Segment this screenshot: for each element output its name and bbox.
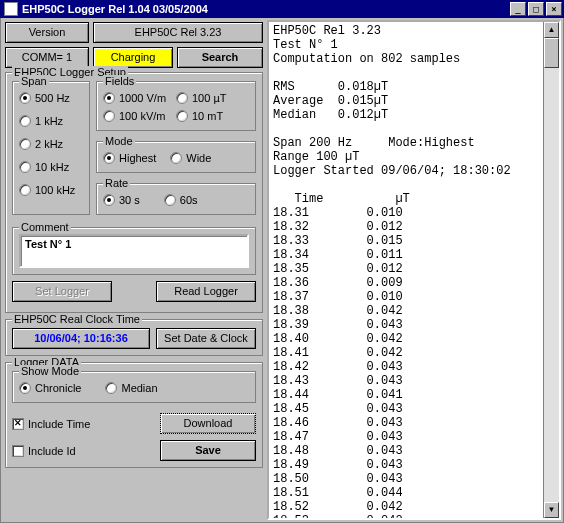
search-button[interactable]: Search bbox=[177, 47, 263, 68]
maximize-button[interactable]: □ bbox=[528, 2, 544, 16]
rate-30s[interactable]: 30 s bbox=[103, 192, 140, 208]
app-icon bbox=[4, 2, 18, 16]
left-pane: Version EHP50C Rel 3.23 COMM= 1 Charging… bbox=[1, 18, 267, 522]
fields-100ut[interactable]: 100 µT bbox=[176, 90, 249, 106]
read-logger-button[interactable]: Read Logger bbox=[156, 281, 256, 302]
rate-60s[interactable]: 60s bbox=[164, 192, 198, 208]
scroll-thumb[interactable] bbox=[544, 38, 559, 68]
fields-10mt[interactable]: 10 mT bbox=[176, 108, 249, 124]
set-date-clock-button[interactable]: Set Date & Clock bbox=[156, 328, 256, 349]
logger-data-group: Logger DATA Show Mode Chronicle Median I… bbox=[5, 362, 263, 468]
show-mode-caption: Show Mode bbox=[19, 365, 81, 377]
close-button[interactable]: × bbox=[546, 2, 562, 16]
fields-group: Fields 1000 V/m 100 µT 100 kV/m 10 mT bbox=[96, 81, 256, 131]
comment-group: Comment Test N° 1 bbox=[12, 227, 256, 275]
show-median[interactable]: Median bbox=[105, 380, 157, 396]
show-mode-group: Show Mode Chronicle Median bbox=[12, 371, 256, 403]
clock-caption: EHP50C Real Clock Time bbox=[12, 313, 142, 325]
window-title: EHP50C Logger Rel 1.04 03/05/2004 bbox=[22, 3, 208, 15]
span-10khz[interactable]: 10 kHz bbox=[19, 159, 83, 175]
fields-caption: Fields bbox=[103, 75, 136, 87]
comment-caption: Comment bbox=[19, 221, 71, 233]
comm-button[interactable]: COMM= 1 bbox=[5, 47, 89, 68]
fields-1000vm[interactable]: 1000 V/m bbox=[103, 90, 176, 106]
clock-display: 10/06/04; 10:16:36 bbox=[12, 328, 150, 349]
span-1khz[interactable]: 1 kHz bbox=[19, 113, 83, 129]
scroll-down-icon[interactable]: ▼ bbox=[544, 502, 559, 518]
logger-setup-group: EHP50C Logger Setup Span 500 Hz 1 kHz 2 … bbox=[5, 72, 263, 313]
comment-input[interactable]: Test N° 1 bbox=[19, 234, 249, 268]
version-button[interactable]: Version bbox=[5, 22, 89, 43]
show-chronicle[interactable]: Chronicle bbox=[19, 380, 81, 396]
scroll-track[interactable] bbox=[544, 38, 559, 502]
span-500hz[interactable]: 500 Hz bbox=[19, 90, 83, 106]
fields-100kvm[interactable]: 100 kV/m bbox=[103, 108, 176, 124]
console-scrollbar[interactable]: ▲ ▼ bbox=[543, 22, 559, 518]
right-pane: EHP50C Rel 3.23 Test N° 1 Computation on… bbox=[267, 18, 563, 522]
mode-group: Mode Highest Wide bbox=[96, 141, 256, 173]
console-output: EHP50C Rel 3.23 Test N° 1 Computation on… bbox=[269, 22, 543, 518]
clock-group: EHP50C Real Clock Time 10/06/04; 10:16:3… bbox=[5, 319, 263, 356]
rel-button[interactable]: EHP50C Rel 3.23 bbox=[93, 22, 263, 43]
scroll-up-icon[interactable]: ▲ bbox=[544, 22, 559, 38]
rate-caption: Rate bbox=[103, 177, 130, 189]
save-button[interactable]: Save bbox=[160, 440, 256, 461]
mode-caption: Mode bbox=[103, 135, 135, 147]
include-id-check[interactable]: Include Id bbox=[12, 443, 76, 459]
titlebar: EHP50C Logger Rel 1.04 03/05/2004 _ □ × bbox=[0, 0, 564, 18]
mode-wide[interactable]: Wide bbox=[170, 150, 211, 166]
span-caption: Span bbox=[19, 75, 49, 87]
include-time-check[interactable]: Include Time bbox=[12, 416, 90, 432]
console-frame: EHP50C Rel 3.23 Test N° 1 Computation on… bbox=[267, 20, 561, 520]
set-logger-button[interactable]: Set Logger bbox=[12, 281, 112, 302]
mode-highest[interactable]: Highest bbox=[103, 150, 156, 166]
main-panel: Version EHP50C Rel 3.23 COMM= 1 Charging… bbox=[0, 18, 564, 523]
download-button[interactable]: Download bbox=[160, 413, 256, 434]
span-2khz[interactable]: 2 kHz bbox=[19, 136, 83, 152]
rate-group: Rate 30 s 60s bbox=[96, 183, 256, 215]
span-group: Span 500 Hz 1 kHz 2 kHz 10 kHz 100 kHz bbox=[12, 81, 90, 215]
span-100khz[interactable]: 100 kHz bbox=[19, 182, 83, 198]
charging-button[interactable]: Charging bbox=[93, 47, 173, 68]
minimize-button[interactable]: _ bbox=[510, 2, 526, 16]
